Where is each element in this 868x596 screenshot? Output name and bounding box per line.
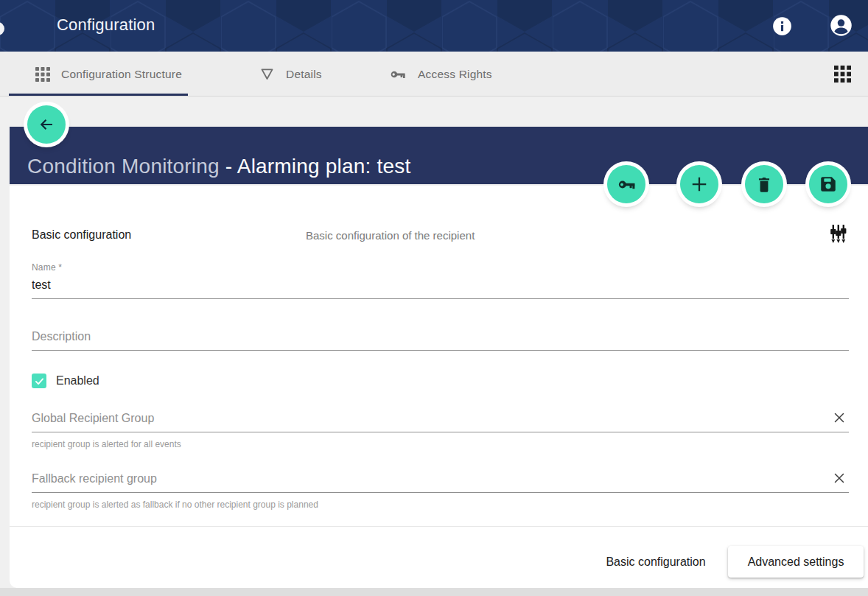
section-header-title: Condition Monitoring - Alarming plan: te… xyxy=(27,155,410,178)
enabled-checkbox[interactable] xyxy=(32,374,46,388)
tab-label: Details xyxy=(286,68,322,81)
tab-label: Configuration Structure xyxy=(61,68,182,81)
grid-icon xyxy=(35,67,50,82)
enabled-row: Enabled xyxy=(32,374,99,388)
name-field xyxy=(32,278,849,299)
check-icon xyxy=(34,376,45,387)
apps-icon xyxy=(834,66,851,83)
tab-label: Access Rights xyxy=(418,68,492,81)
tune-icon xyxy=(829,224,847,244)
name-field-label: Name * xyxy=(32,262,62,273)
advanced-settings-button[interactable]: Advanced settings xyxy=(728,546,864,578)
access-rights-fab[interactable] xyxy=(607,165,645,203)
account-button[interactable] xyxy=(830,14,853,37)
enabled-label: Enabled xyxy=(56,374,99,388)
section-subtitle: Basic configuration of the recipient xyxy=(306,229,475,242)
add-fab[interactable] xyxy=(680,165,718,203)
fallback-recipient-group-field xyxy=(32,471,849,493)
apps-menu-button[interactable] xyxy=(834,66,851,83)
global-recipient-group-helper: recipient group is alerted for all event… xyxy=(32,439,181,449)
delete-fab[interactable] xyxy=(745,165,783,203)
tab-access-rights[interactable]: Access Rights xyxy=(389,52,492,97)
app-name-text: Condition Monitoring xyxy=(27,155,220,178)
info-icon xyxy=(772,16,792,36)
info-button[interactable] xyxy=(772,16,792,36)
description-field xyxy=(32,330,849,351)
save-icon xyxy=(819,175,838,194)
add-icon xyxy=(688,173,710,195)
delete-icon xyxy=(755,175,774,194)
global-recipient-group-field xyxy=(32,411,849,432)
top-app-bar: Configuration xyxy=(0,0,868,52)
section-title: Basic configuration xyxy=(32,228,131,242)
key-icon xyxy=(617,175,637,194)
global-recipient-group-input[interactable] xyxy=(32,412,827,432)
fallback-recipient-group-helper: recipient group is alerted as fallback i… xyxy=(32,499,318,510)
back-arrow-icon xyxy=(38,116,55,133)
configuration-card: Basic configuration Basic configuration … xyxy=(10,186,868,588)
triangle-filter-icon xyxy=(259,66,275,82)
description-input[interactable] xyxy=(32,330,849,350)
back-button[interactable] xyxy=(27,105,66,144)
footer-divider xyxy=(10,526,868,527)
bottom-background-strip xyxy=(0,588,868,596)
basic-configuration-button[interactable]: Basic configuration xyxy=(595,546,717,578)
clear-icon[interactable] xyxy=(833,471,846,485)
section-header-band: Condition Monitoring - Alarming plan: te… xyxy=(10,127,868,184)
context-title-text: - Alarming plan: test xyxy=(220,155,411,178)
save-fab[interactable] xyxy=(809,165,847,203)
clear-icon[interactable] xyxy=(833,411,846,424)
tab-configuration-structure[interactable]: Configuration Structure xyxy=(35,52,182,97)
fallback-recipient-group-input[interactable] xyxy=(32,472,827,492)
advanced-filter-button[interactable] xyxy=(829,224,847,244)
name-input[interactable] xyxy=(32,278,849,298)
tab-bar: Configuration Structure Details Access R… xyxy=(0,52,868,97)
page-title: Configuration xyxy=(57,15,155,35)
active-tab-indicator xyxy=(9,94,188,96)
key-icon xyxy=(389,66,407,83)
tab-details[interactable]: Details xyxy=(259,52,322,97)
account-icon xyxy=(830,14,853,37)
